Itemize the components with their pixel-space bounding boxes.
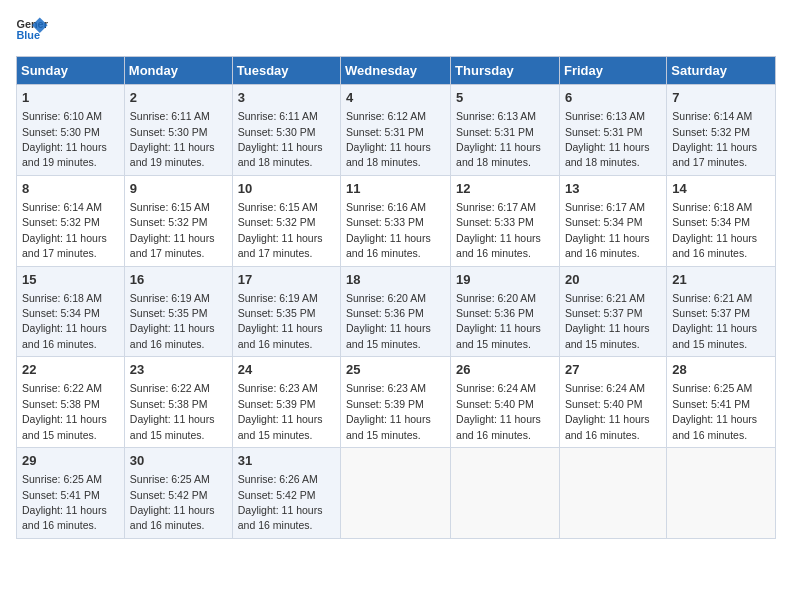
day-info: Sunrise: 6:10 AMSunset: 5:30 PMDaylight:… (22, 110, 107, 168)
day-number: 4 (346, 89, 445, 107)
day-info: Sunrise: 6:23 AMSunset: 5:39 PMDaylight:… (346, 382, 431, 440)
day-info: Sunrise: 6:22 AMSunset: 5:38 PMDaylight:… (22, 382, 107, 440)
day-info: Sunrise: 6:17 AMSunset: 5:34 PMDaylight:… (565, 201, 650, 259)
weekday-wednesday: Wednesday (341, 57, 451, 85)
day-number: 1 (22, 89, 119, 107)
day-number: 25 (346, 361, 445, 379)
day-number: 19 (456, 271, 554, 289)
day-number: 18 (346, 271, 445, 289)
calendar-week-1: 1Sunrise: 6:10 AMSunset: 5:30 PMDaylight… (17, 85, 776, 176)
calendar-cell: 2Sunrise: 6:11 AMSunset: 5:30 PMDaylight… (124, 85, 232, 176)
weekday-tuesday: Tuesday (232, 57, 340, 85)
calendar-cell (451, 448, 560, 539)
logo-icon: General Blue (16, 16, 48, 44)
calendar-cell: 30Sunrise: 6:25 AMSunset: 5:42 PMDayligh… (124, 448, 232, 539)
day-info: Sunrise: 6:11 AMSunset: 5:30 PMDaylight:… (238, 110, 323, 168)
day-number: 27 (565, 361, 661, 379)
calendar-cell: 8Sunrise: 6:14 AMSunset: 5:32 PMDaylight… (17, 175, 125, 266)
calendar-cell: 31Sunrise: 6:26 AMSunset: 5:42 PMDayligh… (232, 448, 340, 539)
calendar-week-3: 15Sunrise: 6:18 AMSunset: 5:34 PMDayligh… (17, 266, 776, 357)
calendar-cell: 12Sunrise: 6:17 AMSunset: 5:33 PMDayligh… (451, 175, 560, 266)
calendar-cell (559, 448, 666, 539)
day-info: Sunrise: 6:26 AMSunset: 5:42 PMDaylight:… (238, 473, 323, 531)
day-number: 30 (130, 452, 227, 470)
day-number: 11 (346, 180, 445, 198)
calendar-cell: 22Sunrise: 6:22 AMSunset: 5:38 PMDayligh… (17, 357, 125, 448)
day-number: 2 (130, 89, 227, 107)
day-number: 16 (130, 271, 227, 289)
calendar-cell: 18Sunrise: 6:20 AMSunset: 5:36 PMDayligh… (341, 266, 451, 357)
calendar-cell: 15Sunrise: 6:18 AMSunset: 5:34 PMDayligh… (17, 266, 125, 357)
day-info: Sunrise: 6:13 AMSunset: 5:31 PMDaylight:… (456, 110, 541, 168)
calendar-cell: 21Sunrise: 6:21 AMSunset: 5:37 PMDayligh… (667, 266, 776, 357)
calendar-cell: 19Sunrise: 6:20 AMSunset: 5:36 PMDayligh… (451, 266, 560, 357)
day-info: Sunrise: 6:20 AMSunset: 5:36 PMDaylight:… (456, 292, 541, 350)
day-info: Sunrise: 6:18 AMSunset: 5:34 PMDaylight:… (22, 292, 107, 350)
calendar-cell (667, 448, 776, 539)
calendar-cell: 24Sunrise: 6:23 AMSunset: 5:39 PMDayligh… (232, 357, 340, 448)
calendar-cell: 20Sunrise: 6:21 AMSunset: 5:37 PMDayligh… (559, 266, 666, 357)
calendar-cell: 29Sunrise: 6:25 AMSunset: 5:41 PMDayligh… (17, 448, 125, 539)
calendar-cell: 7Sunrise: 6:14 AMSunset: 5:32 PMDaylight… (667, 85, 776, 176)
day-info: Sunrise: 6:19 AMSunset: 5:35 PMDaylight:… (130, 292, 215, 350)
calendar-week-2: 8Sunrise: 6:14 AMSunset: 5:32 PMDaylight… (17, 175, 776, 266)
day-number: 10 (238, 180, 335, 198)
day-number: 7 (672, 89, 770, 107)
calendar-week-4: 22Sunrise: 6:22 AMSunset: 5:38 PMDayligh… (17, 357, 776, 448)
day-info: Sunrise: 6:25 AMSunset: 5:41 PMDaylight:… (22, 473, 107, 531)
day-info: Sunrise: 6:15 AMSunset: 5:32 PMDaylight:… (238, 201, 323, 259)
day-number: 20 (565, 271, 661, 289)
svg-text:Blue: Blue (16, 29, 40, 41)
day-number: 13 (565, 180, 661, 198)
calendar-cell: 6Sunrise: 6:13 AMSunset: 5:31 PMDaylight… (559, 85, 666, 176)
calendar-cell: 17Sunrise: 6:19 AMSunset: 5:35 PMDayligh… (232, 266, 340, 357)
calendar-cell: 28Sunrise: 6:25 AMSunset: 5:41 PMDayligh… (667, 357, 776, 448)
day-info: Sunrise: 6:24 AMSunset: 5:40 PMDaylight:… (565, 382, 650, 440)
day-number: 17 (238, 271, 335, 289)
day-info: Sunrise: 6:18 AMSunset: 5:34 PMDaylight:… (672, 201, 757, 259)
day-info: Sunrise: 6:13 AMSunset: 5:31 PMDaylight:… (565, 110, 650, 168)
day-number: 12 (456, 180, 554, 198)
day-info: Sunrise: 6:11 AMSunset: 5:30 PMDaylight:… (130, 110, 215, 168)
day-number: 8 (22, 180, 119, 198)
day-info: Sunrise: 6:24 AMSunset: 5:40 PMDaylight:… (456, 382, 541, 440)
day-number: 31 (238, 452, 335, 470)
day-info: Sunrise: 6:16 AMSunset: 5:33 PMDaylight:… (346, 201, 431, 259)
day-info: Sunrise: 6:19 AMSunset: 5:35 PMDaylight:… (238, 292, 323, 350)
day-info: Sunrise: 6:25 AMSunset: 5:42 PMDaylight:… (130, 473, 215, 531)
weekday-friday: Friday (559, 57, 666, 85)
day-info: Sunrise: 6:21 AMSunset: 5:37 PMDaylight:… (672, 292, 757, 350)
calendar-cell: 25Sunrise: 6:23 AMSunset: 5:39 PMDayligh… (341, 357, 451, 448)
page-header: General Blue (16, 16, 776, 44)
day-info: Sunrise: 6:22 AMSunset: 5:38 PMDaylight:… (130, 382, 215, 440)
calendar-table: SundayMondayTuesdayWednesdayThursdayFrid… (16, 56, 776, 539)
day-info: Sunrise: 6:20 AMSunset: 5:36 PMDaylight:… (346, 292, 431, 350)
calendar-cell: 1Sunrise: 6:10 AMSunset: 5:30 PMDaylight… (17, 85, 125, 176)
day-number: 14 (672, 180, 770, 198)
day-number: 21 (672, 271, 770, 289)
day-info: Sunrise: 6:21 AMSunset: 5:37 PMDaylight:… (565, 292, 650, 350)
day-info: Sunrise: 6:17 AMSunset: 5:33 PMDaylight:… (456, 201, 541, 259)
calendar-cell: 4Sunrise: 6:12 AMSunset: 5:31 PMDaylight… (341, 85, 451, 176)
weekday-monday: Monday (124, 57, 232, 85)
day-info: Sunrise: 6:25 AMSunset: 5:41 PMDaylight:… (672, 382, 757, 440)
calendar-cell: 23Sunrise: 6:22 AMSunset: 5:38 PMDayligh… (124, 357, 232, 448)
calendar-cell: 26Sunrise: 6:24 AMSunset: 5:40 PMDayligh… (451, 357, 560, 448)
day-info: Sunrise: 6:12 AMSunset: 5:31 PMDaylight:… (346, 110, 431, 168)
calendar-week-5: 29Sunrise: 6:25 AMSunset: 5:41 PMDayligh… (17, 448, 776, 539)
calendar-cell: 11Sunrise: 6:16 AMSunset: 5:33 PMDayligh… (341, 175, 451, 266)
day-number: 26 (456, 361, 554, 379)
day-info: Sunrise: 6:15 AMSunset: 5:32 PMDaylight:… (130, 201, 215, 259)
calendar-cell: 16Sunrise: 6:19 AMSunset: 5:35 PMDayligh… (124, 266, 232, 357)
day-number: 15 (22, 271, 119, 289)
day-number: 24 (238, 361, 335, 379)
day-number: 3 (238, 89, 335, 107)
weekday-thursday: Thursday (451, 57, 560, 85)
calendar-cell: 10Sunrise: 6:15 AMSunset: 5:32 PMDayligh… (232, 175, 340, 266)
day-number: 28 (672, 361, 770, 379)
day-number: 5 (456, 89, 554, 107)
day-info: Sunrise: 6:14 AMSunset: 5:32 PMDaylight:… (22, 201, 107, 259)
day-info: Sunrise: 6:14 AMSunset: 5:32 PMDaylight:… (672, 110, 757, 168)
calendar-cell: 27Sunrise: 6:24 AMSunset: 5:40 PMDayligh… (559, 357, 666, 448)
day-number: 29 (22, 452, 119, 470)
